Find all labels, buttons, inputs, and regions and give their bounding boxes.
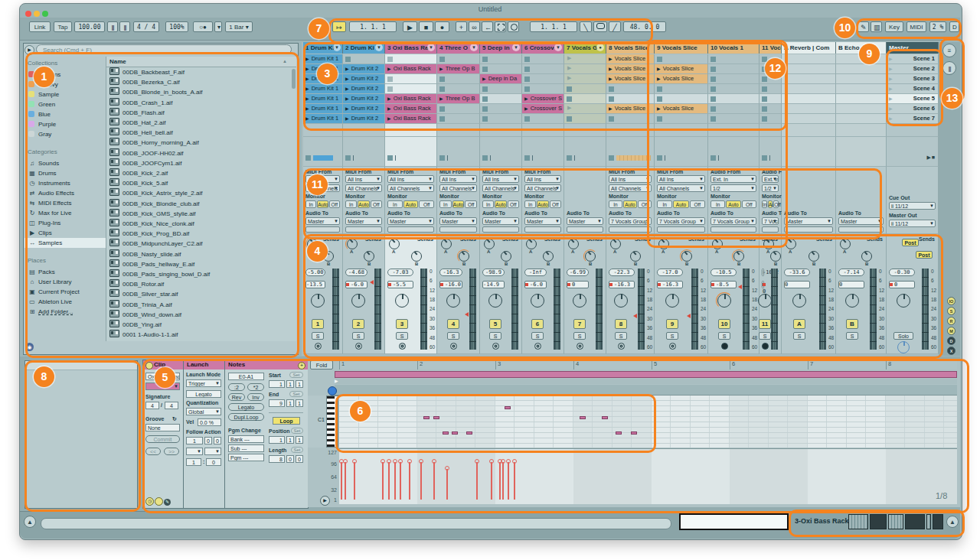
track-menu-icon[interactable]: ▼ [470, 44, 478, 51]
solo-button[interactable]: S [489, 332, 501, 340]
routing-extra-field[interactable] [305, 226, 340, 233]
list-item-file[interactable]: 00DB_Kick_2.aif [108, 168, 283, 178]
monitor-auto-button[interactable]: Auto [317, 200, 328, 208]
clip-slot[interactable] [564, 114, 606, 124]
clip-overview[interactable] [679, 513, 789, 530]
track-stop-all-icon[interactable] [567, 155, 572, 161]
clip-stop-icon[interactable] [657, 96, 662, 102]
input-channel-select[interactable]: All Channels▼ [345, 184, 382, 192]
arrangement-position-field[interactable]: 1. 1. 1 [349, 21, 397, 32]
monitor-auto-button[interactable]: Auto [358, 200, 369, 208]
post-b-button[interactable]: Post [916, 251, 933, 259]
sidebar-item-collection-sample[interactable]: Sample [28, 90, 103, 99]
monitor-off-button[interactable]: Off [742, 200, 756, 208]
list-item-file[interactable]: 00DB_Kick_5.aif [108, 178, 283, 188]
clip-launch-icon[interactable]: ▶ [657, 104, 661, 113]
clip-slot[interactable] [606, 114, 655, 124]
volume-field[interactable]: -16.3 [609, 281, 635, 288]
input-type-select[interactable]: All Ins▼ [482, 175, 519, 183]
start-beat-field[interactable]: 1 [286, 380, 294, 388]
mixer-toggle-r[interactable]: R [947, 317, 956, 325]
group-slot-launch-icon[interactable]: ▶ [567, 75, 571, 81]
arm-record-button[interactable] [669, 343, 676, 350]
arm-record-button[interactable] [721, 343, 728, 350]
volume-field[interactable]: -13.5 [305, 281, 325, 288]
browser-preview-icon[interactable]: ◉ [25, 343, 34, 351]
clip-launch-icon[interactable]: ▶ [609, 74, 612, 83]
output-type-select[interactable]: 7 Vocals Group▼ [710, 217, 756, 225]
scene-row[interactable]: ▶Scene 1 [887, 54, 939, 64]
session-clip[interactable]: ▶Drum Kit 2 [343, 94, 385, 104]
track-menu-icon[interactable]: ▼ [554, 44, 562, 51]
clip-slot[interactable] [836, 64, 887, 74]
play-button[interactable]: ▶ [403, 21, 417, 32]
scene-row[interactable]: ▶Scene 7 [887, 114, 939, 124]
midi-note[interactable] [631, 431, 637, 435]
sidebar-item-clips[interactable]: ▶Clips [28, 228, 103, 238]
clip-launch-icon[interactable]: ▶ [439, 64, 443, 73]
session-clip[interactable]: ▶Three Op B [437, 64, 480, 74]
track-stop-all-icon[interactable] [762, 155, 767, 161]
track-stop-all-icon[interactable] [710, 155, 716, 161]
clip-slot[interactable] [437, 74, 480, 84]
clip-launch-icon[interactable]: ▶ [345, 104, 349, 113]
input-channel-select[interactable]: All Channels▼ [482, 184, 519, 192]
link-button[interactable]: Link [29, 21, 51, 32]
key-map-button[interactable]: Key [885, 21, 903, 32]
clip-slot[interactable] [385, 74, 437, 84]
output-type-select[interactable]: 7 Vocals Group▼ [609, 217, 652, 225]
clip-stop-icon[interactable] [387, 57, 393, 62]
list-item-file[interactable]: 00DB_Hat_2.aif [108, 118, 283, 128]
clip-tab-icon[interactable]: ◷ [145, 497, 154, 506]
output-type-select[interactable]: Master▼ [838, 217, 884, 225]
clip-stop-icon[interactable] [439, 86, 445, 92]
launch-mode-select[interactable]: Trigger▼ [186, 379, 221, 387]
list-item-file[interactable]: 00DB_Backbeast_F.aif [108, 67, 283, 77]
volume-field[interactable]: -8.5 [710, 281, 737, 288]
clip-launch-icon[interactable]: ▶ [305, 94, 309, 103]
clip-stop-icon[interactable] [710, 77, 716, 82]
session-clip[interactable]: ▶Oxi Bass Rack [385, 114, 437, 124]
solo-button[interactable]: S [573, 332, 586, 340]
follow-button[interactable]: ↦ [332, 21, 346, 32]
groove-select[interactable]: None [145, 424, 180, 431]
list-item-file[interactable]: 00DB_Crash_1.aif [108, 98, 283, 108]
track-header-6-crossov[interactable]: 6 Crossov▼ [522, 42, 564, 54]
list-item-file[interactable]: 00DB_Trinia_A.aif [108, 300, 283, 310]
file-list-header[interactable]: Name▲ [106, 57, 296, 67]
envelope-tab-icon[interactable] [155, 497, 163, 506]
list-item-file[interactable]: 00DB_MidpunchLayer_C2.aif [108, 239, 283, 249]
send-b-knob[interactable] [808, 251, 819, 262]
volume-field[interactable]: -16.0 [439, 281, 462, 288]
clip-slot[interactable]: ▶ [564, 54, 606, 64]
monitor-off-button[interactable]: Off [508, 200, 519, 208]
output-type-select[interactable]: Master▼ [387, 217, 434, 225]
input-type-select[interactable]: All Ins▼ [609, 175, 652, 183]
clip-slot[interactable] [782, 84, 836, 94]
clip-slot[interactable] [708, 84, 760, 94]
clip-slot[interactable] [708, 114, 760, 124]
solo-button[interactable]: S [666, 332, 678, 340]
track-activator-button[interactable]: 9 [666, 319, 678, 329]
clip-slot[interactable] [343, 54, 385, 64]
track-header-1-drum-ki[interactable]: 1 Drum Ki▼ [303, 42, 343, 54]
volume-field[interactable]: -6.0 [524, 281, 547, 288]
show-info-view-icon[interactable]: ▲ [24, 516, 36, 528]
monitor-auto-button[interactable]: Auto [726, 200, 740, 208]
invert-button[interactable]: Inv [247, 393, 264, 401]
show-detail-view-icon[interactable]: ▲ [946, 516, 959, 528]
track-activator-button[interactable]: 4 [447, 319, 459, 329]
track-stop-all-icon[interactable] [387, 155, 393, 161]
monitor-auto-button[interactable]: Auto [537, 200, 548, 208]
device-thumbnail[interactable] [870, 514, 887, 529]
pan-knob[interactable] [395, 294, 409, 308]
loop-length-beat-field[interactable]: 0 [286, 455, 294, 463]
loop-toggle-button[interactable]: Loop [273, 417, 300, 425]
monitor-in-button[interactable]: In [387, 200, 403, 208]
clip-slot[interactable] [782, 64, 836, 74]
clip-slot[interactable] [760, 94, 782, 104]
piano-keyboard[interactable] [326, 396, 338, 448]
track-header-11-voca[interactable]: 11 Voca [760, 42, 782, 54]
loop-position-16th-field[interactable]: 1 [296, 436, 303, 444]
midi-note[interactable] [616, 431, 622, 435]
